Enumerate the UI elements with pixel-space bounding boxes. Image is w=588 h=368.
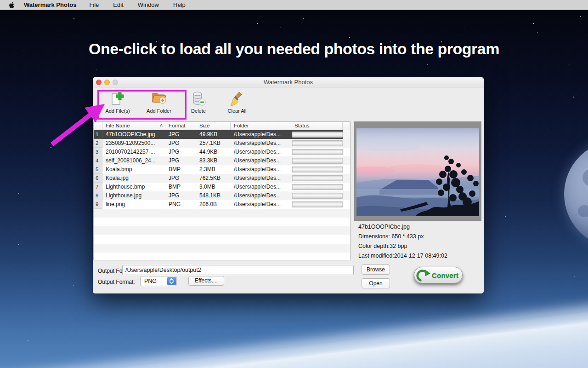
cell-status [291,183,343,191]
header-tail [343,122,350,130]
cell-folder: /Users/apple/Des... [231,156,291,165]
convert-label: Convert [432,271,458,279]
cell-file-name: 235089-12092500... [102,139,165,148]
preview-image [356,128,479,216]
empty-table-stripe [94,253,350,260]
preview-color-depth: Color depth:32 bpp [358,243,407,249]
preview-last-modified: Last modified:2014-12-17 08:49:02 [358,253,447,259]
file-table: File Name^ Format Size Folder Status 147… [93,121,351,260]
empty-table-stripe [94,244,350,253]
open-button[interactable]: Open [362,278,390,288]
header-status[interactable]: Status [291,122,343,130]
preview-dimensions: Dimensions: 650 * 433 px [358,233,424,240]
empty-table-stripe [94,226,350,235]
cell-folder: /Users/apple/Des... [231,165,291,174]
cell-status [291,130,343,139]
file-table-header: File Name^ Format Size Folder Status [94,122,350,130]
apple-logo-icon[interactable] [9,1,16,9]
cell-status [291,174,343,183]
header-file-name[interactable]: File Name^ [102,122,165,130]
convert-button[interactable]: Convert [414,267,463,283]
planet-atmosphere [0,295,588,368]
annotation-arrow [46,98,110,151]
preview-panel: 47b1OOOPICbe.jpg Dimensions: 650 * 433 p… [354,121,481,221]
file-table-body: 147b1OOOPICbe.jpgJPG49.9KB/Users/apple/D… [94,130,350,260]
table-row[interactable]: 8Lighthouse.jpgJPG548.1KB/Users/apple/De… [94,191,350,200]
effects-button[interactable]: Effects.... [188,276,224,286]
cell-file-name: Koala.jpg [102,174,165,183]
status-progress-bar [292,140,343,146]
cell-file-name: 20100702142257-... [102,148,165,156]
delete-button[interactable]: Delete [183,91,214,114]
preview-photo-scenery [356,128,479,216]
menu-app-name[interactable]: Watermark Photos [24,1,76,8]
cell-format: JPG [165,130,196,139]
status-progress-bar [292,184,343,190]
cell-folder: /Users/apple/Des... [231,148,291,156]
empty-table-stripe [94,218,350,226]
header-size[interactable]: Size [196,122,231,130]
cell-format: BMP [165,183,196,191]
status-progress-bar [292,201,343,207]
table-row[interactable]: 2235089-12092500...JPG257.1KB/Users/appl… [94,139,350,148]
cell-folder: /Users/apple/Des... [231,174,291,183]
cell-file-name: Lighthouse.jpg [102,191,165,200]
menu-window[interactable]: Window [138,1,159,8]
table-row[interactable]: 6Koala.jpgJPG762.5KB/Users/apple/Des... [94,174,350,183]
status-progress-bar [292,175,343,181]
menu-edit[interactable]: Edit [113,1,123,8]
header-format[interactable]: Format [165,122,196,130]
cell-size: 206.0B [196,200,231,209]
output-folder-input[interactable] [122,265,354,275]
watermark-photos-window: Watermark Photos Add File(s) Add Folder … [93,77,484,293]
cell-file-name: Lighthouse.bmp [102,183,165,191]
table-row[interactable]: 147b1OOOPICbe.jpgJPG49.9KB/Users/apple/D… [94,130,350,139]
cell-format: JPG [165,191,196,200]
cell-status [291,191,343,200]
delete-icon [191,91,206,107]
status-progress-bar [292,167,343,172]
cell-folder: /Users/apple/Des... [231,200,291,209]
status-progress-bar [292,132,343,138]
cell-file-name: Koala.bmp [102,165,165,174]
preview-filename: 47b1OOOPICbe.jpg [358,224,410,230]
table-row[interactable]: 5Koala.bmpBMP2.3MB/Users/apple/Des... [94,165,350,174]
header-folder[interactable]: Folder [231,122,291,130]
cell-folder: /Users/apple/Des... [231,130,291,139]
clear-all-icon [229,91,245,107]
menu-help[interactable]: Help [173,1,186,8]
window-title: Watermark Photos [93,77,484,87]
chevron-up-down-icon [167,277,176,285]
status-progress-bar [292,158,343,164]
table-row[interactable]: 9line.pngPNG206.0B/Users/apple/Des... [94,200,350,209]
empty-table-stripe [94,235,350,244]
menu-bar: Watermark Photos File Edit Window Help [0,0,588,10]
output-format-value: PNG [144,278,157,284]
browse-button[interactable]: Browse [362,264,390,275]
table-row[interactable]: 320100702142257-...JPG44.9KB/Users/apple… [94,148,350,156]
cell-format: PNG [165,200,196,209]
cell-folder: /Users/apple/Des... [231,191,291,200]
menu-file[interactable]: File [89,1,99,8]
row-number: 5 [94,165,102,174]
cell-status [291,165,343,174]
cell-size: 548.1KB [196,191,231,200]
window-titlebar[interactable]: Watermark Photos [93,77,484,87]
cell-status [291,200,343,209]
row-number: 7 [94,183,102,191]
cell-file-name: 47b1OOOPICbe.jpg [102,130,165,139]
output-format-label: Output Format: [98,279,135,285]
status-progress-bar [292,193,343,199]
output-format-select[interactable]: PNG [140,276,177,286]
cell-size: 44.9KB [196,148,231,156]
status-progress-bar [292,149,343,155]
table-row[interactable]: 7Lighthouse.bmpBMP3.0MB/Users/apple/Des.… [94,183,350,191]
clear-all-button[interactable]: Clear All [220,91,254,114]
cell-size: 2.3MB [196,165,231,174]
cell-format: JPG [165,174,196,183]
row-number: 8 [94,191,102,200]
cell-format: BMP [165,165,196,174]
table-row[interactable]: 4self_20081006_24...JPG83.3KB/Users/appl… [94,156,350,165]
cell-size: 762.5KB [196,174,231,183]
annotation-highlight-box [97,90,187,120]
